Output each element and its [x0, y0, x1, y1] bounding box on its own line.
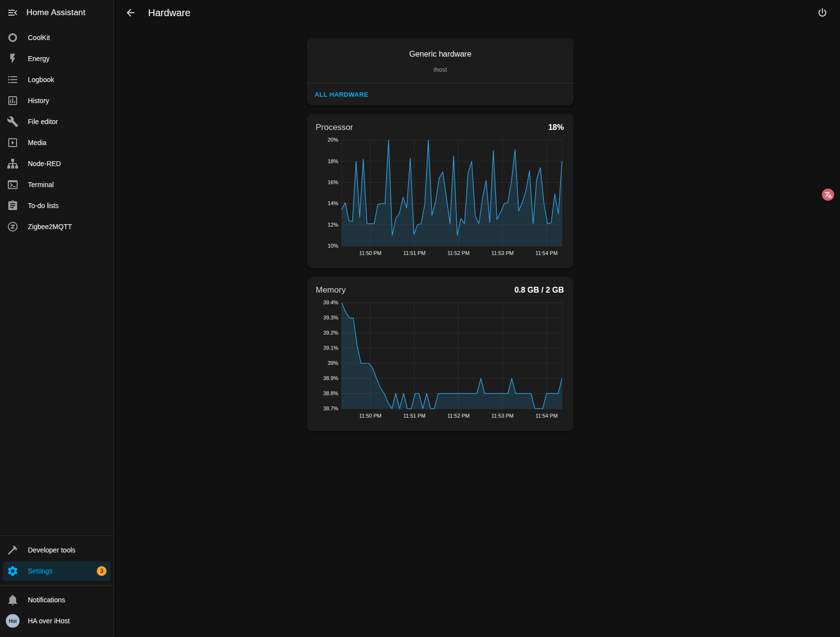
- sidebar-item-logbook[interactable]: Logbook: [3, 70, 110, 89]
- svg-text:11:51 PM: 11:51 PM: [403, 413, 426, 419]
- main-pane: Hardware Generic hardware ihost ALL HARD…: [114, 0, 840, 637]
- sidebar-item-label: Energy: [28, 55, 49, 63]
- coolkit-icon: [7, 32, 19, 43]
- hammer-icon: [7, 544, 19, 556]
- processor-usage-chart: 10%12%14%16%18%20%11:50 PM11:51 PM11:52 …: [315, 135, 566, 262]
- svg-text:39.2%: 39.2%: [323, 330, 339, 336]
- sidebar-nav: CoolKitEnergyLogbookHistoryFile editorMe…: [0, 25, 113, 239]
- translate-float-button[interactable]: [822, 189, 834, 201]
- sidebar-item-zigbee2mqtt[interactable]: Zigbee2MQTT: [3, 217, 110, 236]
- memory-card-title: Memory: [316, 285, 345, 295]
- flash-icon: [7, 53, 19, 64]
- sidebar-item-to-do-lists[interactable]: To-do lists: [3, 196, 110, 215]
- sidebar-spacer: [0, 239, 113, 533]
- sidebar-item-label: Developer tools: [28, 546, 75, 554]
- svg-text:39.4%: 39.4%: [323, 299, 339, 305]
- svg-text:11:52 PM: 11:52 PM: [447, 250, 470, 256]
- sidebar-item-label: Node-RED: [28, 160, 61, 168]
- svg-text:11:54 PM: 11:54 PM: [536, 413, 558, 419]
- top-bar: Hardware: [114, 0, 840, 25]
- sidebar-item-label: Logbook: [28, 76, 54, 84]
- svg-text:38.9%: 38.9%: [323, 375, 339, 381]
- sidebar-bottom-group: Developer toolsSettings3: [0, 538, 113, 583]
- bell-icon: [7, 594, 19, 606]
- hardware-card-actions: ALL HARDWARE: [307, 83, 574, 106]
- memory-card: Memory 0.8 GB / 2 GB 38.7%38.8%38.9%39%3…: [307, 276, 574, 431]
- sidebar-divider-top: [0, 535, 113, 536]
- sidebar-item-label: HA over iHost: [28, 617, 70, 625]
- sidebar-item-developer-tools[interactable]: Developer tools: [3, 540, 110, 560]
- generic-hardware-card: Generic hardware ihost ALL HARDWARE: [307, 38, 574, 106]
- sidebar-footer-group: NotificationsHoiHA over iHost: [0, 588, 113, 637]
- sidebar-item-energy[interactable]: Energy: [3, 49, 110, 68]
- sidebar: Home Assistant CoolKitEnergyLogbookHisto…: [0, 0, 114, 637]
- settings-notification-badge: 3: [97, 566, 107, 576]
- svg-text:11:51 PM: 11:51 PM: [403, 250, 426, 256]
- list-bulleted-icon: [7, 74, 19, 85]
- sidebar-item-label: History: [28, 97, 49, 105]
- memory-usage-chart: 38.7%38.8%38.9%39%39.1%39.2%39.3%39.4%11…: [315, 298, 566, 425]
- svg-text:14%: 14%: [328, 200, 339, 206]
- processor-card-header: Processor 18%: [315, 123, 566, 135]
- sidebar-item-label: Media: [28, 139, 46, 147]
- sidebar-item-terminal[interactable]: Terminal: [3, 175, 110, 194]
- svg-text:38.7%: 38.7%: [323, 405, 339, 411]
- svg-text:10%: 10%: [328, 243, 339, 249]
- svg-text:38.8%: 38.8%: [323, 390, 339, 396]
- svg-text:11:53 PM: 11:53 PM: [492, 413, 514, 419]
- console-icon: [7, 179, 19, 191]
- back-arrow-icon[interactable]: [125, 7, 136, 19]
- play-box-icon: [7, 137, 19, 149]
- processor-usage-value: 18%: [548, 123, 564, 132]
- memory-card-header: Memory 0.8 GB / 2 GB: [315, 285, 566, 298]
- app-root: Home Assistant CoolKitEnergyLogbookHisto…: [0, 0, 840, 637]
- svg-text:11:50 PM: 11:50 PM: [359, 250, 382, 256]
- content-area: Generic hardware ihost ALL HARDWARE Proc…: [114, 25, 840, 637]
- svg-text:11:52 PM: 11:52 PM: [447, 413, 470, 419]
- clipboard-list-icon: [7, 200, 19, 212]
- menu-toggle-icon[interactable]: [7, 7, 19, 19]
- hardware-card-title: Generic hardware: [315, 50, 566, 59]
- sidebar-item-notifications[interactable]: Notifications: [3, 590, 110, 610]
- svg-text:11:50 PM: 11:50 PM: [359, 413, 382, 419]
- app-title: Home Assistant: [26, 8, 86, 18]
- sidebar-item-ha-over-ihost[interactable]: HoiHA over iHost: [3, 611, 110, 631]
- sidebar-divider-bottom: [0, 585, 113, 586]
- svg-text:18%: 18%: [328, 158, 339, 164]
- sidebar-item-label: Terminal: [28, 181, 54, 189]
- sidebar-header: Home Assistant: [0, 0, 113, 25]
- sidebar-item-label: Zigbee2MQTT: [28, 223, 72, 231]
- sidebar-item-label: Notifications: [28, 596, 65, 604]
- sidebar-item-settings[interactable]: Settings3: [3, 561, 110, 581]
- zigbee-icon: [7, 221, 19, 233]
- power-icon[interactable]: [817, 7, 828, 19]
- svg-text:11:54 PM: 11:54 PM: [536, 250, 558, 256]
- memory-usage-value: 0.8 GB / 2 GB: [515, 286, 564, 295]
- processor-card: Processor 18% 10%12%14%16%18%20%11:50 PM…: [307, 114, 574, 268]
- all-hardware-button[interactable]: ALL HARDWARE: [311, 86, 372, 103]
- page-title: Hardware: [148, 7, 805, 19]
- chart-box-icon: [7, 95, 19, 106]
- sidebar-item-label: Settings: [28, 567, 53, 575]
- sidebar-item-coolkit[interactable]: CoolKit: [3, 28, 110, 47]
- svg-text:12%: 12%: [328, 222, 339, 228]
- wrench-icon: [7, 116, 19, 127]
- svg-text:11:53 PM: 11:53 PM: [492, 250, 514, 256]
- sidebar-item-label: File editor: [28, 118, 58, 126]
- generic-hardware-card-body: Generic hardware ihost: [307, 38, 574, 83]
- translate-icon: [824, 191, 832, 199]
- hardware-card-subtitle: ihost: [315, 66, 566, 73]
- content-column: Generic hardware ihost ALL HARDWARE Proc…: [307, 25, 574, 637]
- sidebar-item-file-editor[interactable]: File editor: [3, 112, 110, 131]
- svg-text:16%: 16%: [328, 179, 339, 185]
- sidebar-item-history[interactable]: History: [3, 91, 110, 110]
- svg-text:20%: 20%: [328, 137, 339, 143]
- sidebar-item-media[interactable]: Media: [3, 133, 110, 152]
- sidebar-item-node-red[interactable]: Node-RED: [3, 154, 110, 173]
- svg-text:39%: 39%: [328, 360, 339, 366]
- user-avatar: Hoi: [6, 614, 20, 628]
- processor-card-title: Processor: [316, 123, 353, 132]
- cog-icon: [7, 565, 19, 577]
- svg-text:39.3%: 39.3%: [323, 315, 339, 320]
- sidebar-item-label: CoolKit: [28, 34, 50, 42]
